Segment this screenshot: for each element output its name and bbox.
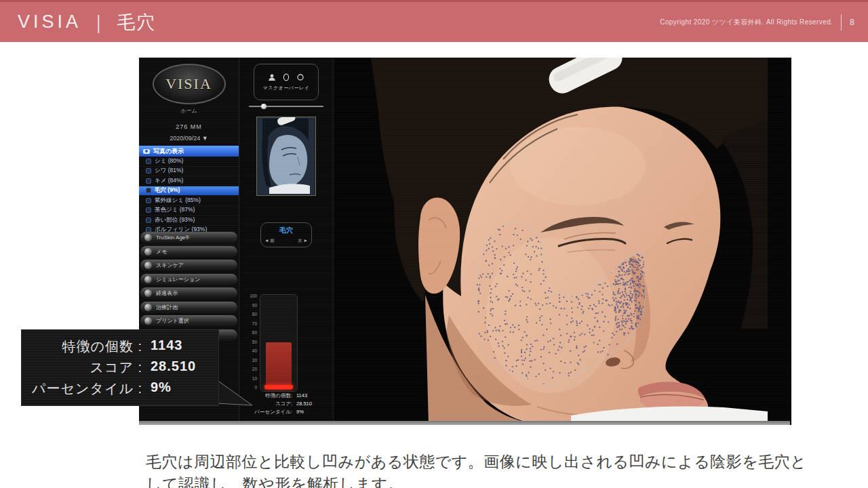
window-bottom-strip [139,421,790,425]
section-label: TruSkin Age® [156,235,189,241]
menu-item-label: 茶色ジミ (87%) [155,206,195,214]
chart-plot-area [260,294,298,392]
callout-value: 1143 [151,338,212,356]
section-icon [144,234,152,241]
bullet-icon [146,188,151,193]
stat-value: 1143 [296,392,333,399]
photo-menu: 写真の表示 シミ (80%) シワ (81%) キメ (84%) 毛穴 (9%)… [139,146,239,245]
stat-value: 28.510 [296,401,333,407]
tick-label: 30 [246,359,257,363]
mask-icon [282,73,290,81]
tick-label: 70 [246,322,257,327]
slide: VISIA ｜ 毛穴 Copyright 2020 ツツイ美容外科. All R… [0,0,868,488]
bust-icon [268,73,276,81]
percentile-marker [264,385,293,389]
callout-value: 9% [151,380,212,398]
section-memo[interactable]: メモ [140,246,237,258]
slider-knob[interactable] [261,104,267,109]
section-skincare[interactable]: スキンケア [140,260,237,271]
header-right: Copyright 2020 ツツイ美容外科. All Rights Reser… [660,2,857,42]
section-icon [144,289,152,297]
menu-item-red-areas[interactable]: 赤い部位 (93%) [139,216,239,226]
section-truskin-age[interactable]: TruSkin Age® [140,232,237,243]
mask-overlay-control[interactable]: マスクオーバーレイ [254,64,319,100]
overlay-opacity-slider[interactable] [249,104,323,109]
face-image [334,58,791,425]
section-label: メモ [156,248,167,256]
menu-item-texture[interactable]: キメ (84%) [139,176,239,186]
menu-item-label: 毛穴 (9%) [155,186,180,195]
slide-header: VISIA ｜ 毛穴 Copyright 2020 ツツイ美容外科. All R… [0,0,868,42]
menu-item-spots[interactable]: シミ (80%) [139,157,239,167]
menu-item-label: 赤い部位 (93%) [155,216,195,224]
feature-selector: 毛穴 ◄ 前 次 ► [260,222,312,247]
current-feature-label: 毛穴 [261,226,311,235]
section-icon [144,248,152,256]
bullet-icon [146,207,151,213]
section-simulation[interactable]: シミュレーション [140,274,237,285]
tick-label: 40 [246,349,257,354]
thumbnail-face-image [257,117,314,194]
session-date-dropdown[interactable]: 2020/09/24 ▼ [139,135,239,142]
sidebar-sections: TruSkin Age® メモ スキンケア シミュレーション 経過表示 治療計画… [140,232,237,343]
bullet-icon [146,198,151,203]
section-label: プリント選択 [156,317,189,325]
bullet-icon [146,178,151,184]
menu-header[interactable]: 写真の表示 [139,146,239,157]
patient-photo [334,58,791,425]
tick-label: 80 [246,312,257,317]
section-icon [144,276,152,283]
slide-caption: 毛穴は周辺部位と比較し凹みがある状態です。画像に映し出される凹みによる陰影を毛穴… [146,451,810,488]
menu-item-label: 紫外線シミ (85%) [155,197,201,205]
camera-icon [143,149,150,154]
section-label: スキンケア [156,262,184,269]
page-title: VISIA ｜ 毛穴 [18,10,156,35]
menu-header-label: 写真の表示 [153,147,184,156]
bullet-icon [146,218,151,223]
section-label: シミュレーション [156,276,200,283]
callout-label: 特徴の個数 : [28,338,142,356]
section-print[interactable]: プリント選択 [140,315,237,327]
visia-logo[interactable]: VISIA [153,64,226,104]
tick-label: 60 [246,331,257,336]
section-progress[interactable]: 経過表示 [140,287,237,299]
section-icon [144,317,152,325]
section-label: 経過表示 [156,289,178,297]
photo-thumbnail[interactable] [256,117,316,196]
page-title-text: 毛穴 [117,10,156,35]
menu-item-wrinkles[interactable]: シワ (81%) [139,167,239,177]
menu-item-label: シワ (81%) [155,167,183,175]
percentile-bar [266,342,292,390]
callout-label: パーセンタイル : [28,380,142,398]
callout-value: 28.510 [151,359,212,377]
slider-track[interactable] [249,106,323,107]
mask-overlay-label: マスクオーバーレイ [263,85,310,92]
tick-label: 90 [246,304,257,308]
header-divider [841,14,842,30]
menu-item-label: シミ (80%) [155,157,183,165]
patient-id: 276 MM [139,123,239,130]
menu-item-brown-spots[interactable]: 茶色ジミ (87%) [139,206,239,216]
tick-label: 100 [246,294,257,299]
title-divider: ｜ [90,10,108,35]
prev-feature-button[interactable]: ◄ 前 [264,238,275,244]
menu-item-label: キメ (84%) [155,177,183,185]
home-label[interactable]: ホーム [139,107,239,115]
page-number: 8 [850,18,857,27]
tick-label: 50 [246,340,257,345]
measurement-callout: 特徴の個数 : 1143 スコア : 28.510 パーセンタイル : 9% [22,330,218,405]
callout-label: スコア : [28,359,142,377]
stat-label: パーセンタイル: [239,409,292,415]
mask-overlay-icons [268,73,304,81]
visia-logo-text: VISIA [165,75,212,93]
brand-name: VISIA [18,12,81,33]
ring-icon [296,73,304,81]
menu-item-uv-spots[interactable]: 紫外線シミ (85%) [139,196,239,206]
section-treatment-plan[interactable]: 治療計画 [140,302,237,313]
stat-value: 9% [296,409,333,415]
bullet-icon [146,159,151,164]
next-feature-button[interactable]: 次 ► [298,238,308,244]
bullet-icon [146,168,151,174]
menu-item-pores[interactable]: 毛穴 (9%) [139,186,239,197]
section-icon [144,262,152,269]
